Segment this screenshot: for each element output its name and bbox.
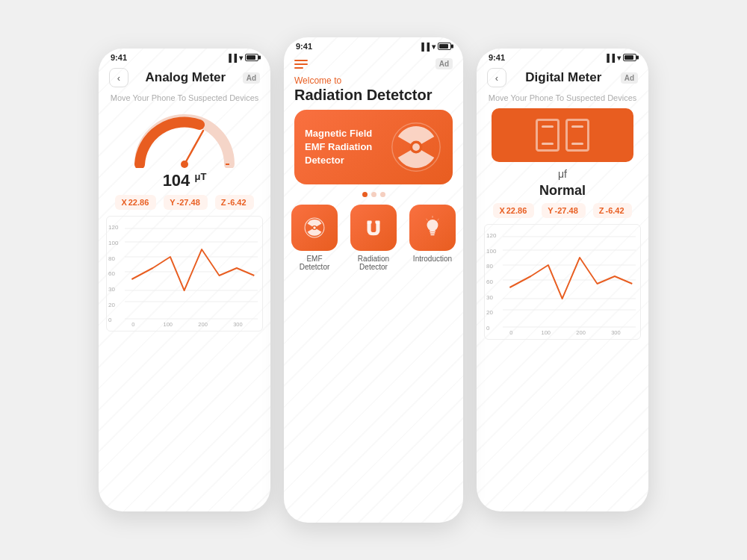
svg-text:0: 0	[509, 329, 512, 336]
svg-text:0: 0	[131, 321, 134, 328]
svg-rect-26	[430, 232, 436, 234]
page-title-left: Analog Meter	[145, 70, 226, 85]
svg-line-3	[185, 131, 203, 164]
z-badge-right: Z-6.42	[593, 203, 632, 218]
status-icons-right: ▐▐ ▾	[604, 54, 636, 62]
dot-1[interactable]	[362, 192, 368, 197]
status-bar-right: 9:41 ▐▐ ▾	[477, 49, 648, 63]
banner-text: Magnetic Field EMF Radiation Detector	[305, 127, 379, 168]
welcome-to: Welcome to	[294, 75, 453, 86]
svg-text:300: 300	[611, 329, 621, 336]
svg-line-29	[438, 219, 438, 220]
intro-icon-box	[409, 205, 456, 251]
svg-rect-25	[430, 230, 436, 231]
status-bar-center: 9:41 ▐▐ ▾	[284, 37, 463, 52]
battery-icon	[245, 54, 258, 61]
intro-label: Introduction	[413, 255, 452, 263]
digital-display	[492, 108, 633, 162]
page-title-right: Digital Meter	[525, 70, 601, 85]
header-right: ‹ Digital Meter Ad	[477, 63, 648, 90]
signal-icon-c: ▐▐	[419, 43, 430, 51]
chart-left: 120 100 80 60 30 20 0 0 100 200	[106, 216, 263, 332]
dot-3[interactable]	[380, 192, 385, 197]
chart-right: 120 100 80 60 30 20 0 0 100 200 300	[484, 224, 641, 340]
digital-meter-phone: 9:41 ▐▐ ▾ ‹ Digital Meter Ad Move Your P…	[477, 49, 648, 511]
svg-rect-27	[430, 234, 434, 236]
battery-icon-r	[623, 54, 636, 61]
feature-emf[interactable]: EMF Detetctor	[291, 205, 338, 271]
bulb-icon	[420, 215, 445, 240]
digital-unit: μf	[477, 168, 648, 180]
chart-svg-right: 0 100 200 300	[503, 228, 636, 336]
svg-text:100: 100	[542, 329, 551, 336]
svg-text:200: 200	[576, 329, 586, 336]
status-icons-left: ▐▐ ▾	[226, 54, 258, 62]
ad-badge-left: Ad	[243, 72, 260, 84]
feature-radiation[interactable]: Radiation Detector	[345, 205, 402, 271]
home-header: Ad	[284, 52, 463, 72]
wifi-icon-c: ▾	[432, 43, 436, 51]
welcome-section: Welcome to Radiation Detetctor	[284, 72, 463, 110]
reading-value: 104 μT	[163, 171, 207, 190]
battery-icon-c	[438, 43, 451, 50]
status-bar-left: 9:41 ▐▐ ▾	[99, 49, 270, 63]
back-button-left[interactable]: ‹	[109, 68, 128, 87]
y-badge-left: Y-27.48	[164, 195, 208, 210]
seg-digit-2	[565, 119, 589, 152]
analog-meter-phone: 9:41 ▐▐ ▾ ‹ Analog Meter Ad Move Your Ph…	[99, 49, 270, 511]
emf-label: EMF Detetctor	[291, 255, 338, 271]
status-time-left: 9:41	[111, 53, 127, 62]
y-labels-right: 120 100 80 60 30 20 0	[486, 232, 496, 332]
svg-text:100: 100	[164, 321, 173, 328]
seg-digit-1	[536, 119, 560, 152]
signal-icon: ▐▐	[226, 54, 237, 62]
wifi-icon-r: ▾	[617, 54, 621, 62]
emf-icon-box	[291, 205, 338, 251]
y-labels-left: 120 100 80 60 30 20 0	[108, 224, 118, 323]
gauge-container: 104 μT	[99, 108, 270, 190]
z-badge-left: Z-6.42	[215, 195, 254, 210]
magnet-icon	[361, 215, 386, 240]
carousel-dots	[284, 192, 463, 197]
svg-rect-23	[375, 220, 379, 223]
banner-card[interactable]: Magnetic Field EMF Radiation Detector	[294, 110, 453, 184]
emf-icon	[302, 215, 327, 240]
feature-intro[interactable]: Introduction	[409, 205, 456, 271]
welcome-title: Radiation Detetctor	[294, 87, 453, 104]
chart-svg-left: 0 100 200 300	[125, 220, 258, 328]
reading-number: 104	[163, 171, 190, 190]
svg-line-30	[427, 219, 427, 220]
ad-badge-center: Ad	[436, 58, 453, 69]
subtitle-right: Move Your Phone To Suspected Devices	[477, 93, 648, 102]
radiation-label: Radiation Detector	[345, 255, 402, 271]
y-badge-right: Y-27.48	[542, 203, 586, 218]
x-badge-right: X22.86	[493, 203, 534, 218]
xyz-row-right: X22.86 Y-27.48 Z-6.42	[477, 203, 648, 218]
svg-point-4	[181, 161, 188, 168]
ad-badge-right: Ad	[621, 72, 638, 84]
back-button-right[interactable]: ‹	[487, 68, 506, 87]
status-time-right: 9:41	[489, 53, 505, 62]
x-badge-left: X22.86	[115, 195, 156, 210]
status-icons-center: ▐▐ ▾	[419, 43, 451, 51]
xyz-row-left: X22.86 Y-27.48 Z-6.42	[99, 195, 270, 210]
svg-rect-22	[368, 220, 372, 223]
svg-point-21	[313, 226, 315, 228]
status-time-center: 9:41	[296, 42, 312, 51]
radiation-symbol-icon	[390, 121, 442, 173]
digital-segments	[536, 119, 589, 152]
digital-status: Normal	[477, 183, 648, 199]
header-left: ‹ Analog Meter Ad	[99, 63, 270, 90]
svg-point-18	[412, 143, 420, 151]
reading-unit: μT	[194, 171, 206, 182]
gauge-svg	[128, 108, 241, 168]
subtitle-left: Move Your Phone To Suspected Devices	[99, 93, 270, 102]
svg-text:300: 300	[233, 321, 243, 328]
signal-icon-r: ▐▐	[604, 54, 615, 62]
wifi-icon: ▾	[239, 54, 243, 62]
home-phone: 9:41 ▐▐ ▾ Ad Welcome to Radiation Detetc…	[284, 37, 463, 523]
svg-text:200: 200	[198, 321, 208, 328]
dot-2[interactable]	[371, 192, 376, 197]
radiation-icon-box	[350, 205, 397, 251]
hamburger-menu[interactable]	[294, 60, 308, 69]
